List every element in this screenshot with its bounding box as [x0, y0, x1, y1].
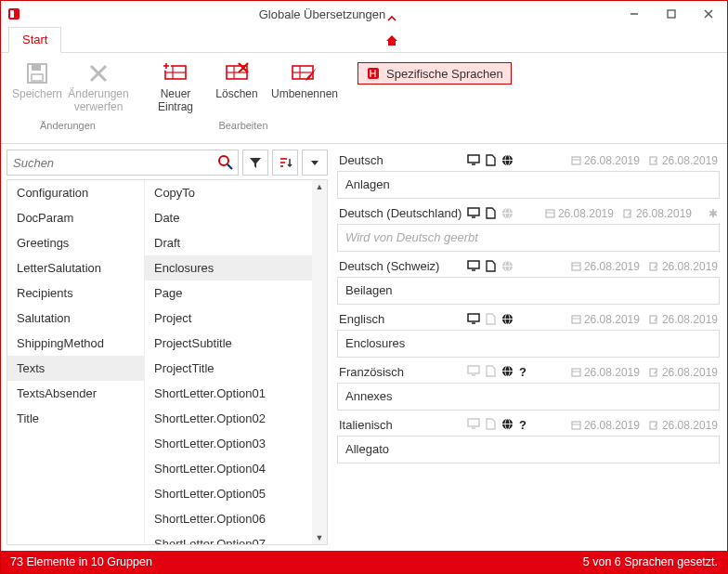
globe-icon[interactable]	[501, 207, 514, 219]
globe-icon[interactable]	[501, 418, 514, 432]
svg-rect-39	[468, 208, 479, 215]
translation-value[interactable]: Enclosures	[337, 330, 720, 358]
element-item[interactable]: Draft	[145, 230, 327, 255]
translations-panel: Deutsch26.08.201926.08.2019AnlagenDeutsc…	[333, 144, 727, 551]
element-item[interactable]: Page	[145, 280, 327, 306]
group-item[interactable]: Recipients	[7, 280, 144, 306]
dropdown-button[interactable]	[302, 150, 328, 176]
document-icon[interactable]	[486, 418, 496, 432]
star-icon[interactable]: ✱	[708, 207, 718, 220]
sort-button[interactable]	[272, 150, 298, 176]
group-item[interactable]: Texts	[7, 356, 144, 381]
element-item[interactable]: ShortLetter.Option03	[145, 431, 327, 456]
created-date: 26.08.2019	[571, 154, 640, 167]
language-block: Deutsch (Schweiz)26.08.201926.08.2019Bei…	[337, 255, 720, 305]
language-block: Deutsch (Deutschland)26.08.201926.08.201…	[337, 202, 720, 252]
screen-icon[interactable]	[467, 418, 480, 432]
svg-rect-7	[32, 64, 41, 71]
element-item[interactable]: ShortLetter.Option02	[145, 406, 327, 431]
group-item[interactable]: TextsAbsender	[7, 381, 144, 406]
created-date: 26.08.2019	[571, 366, 640, 379]
group-item[interactable]: Greetings	[7, 230, 144, 255]
filter-button[interactable]	[242, 150, 268, 176]
svg-rect-47	[468, 261, 479, 268]
element-item[interactable]: Enclosures	[145, 255, 327, 280]
document-icon[interactable]	[486, 154, 496, 166]
group-item[interactable]: ShippingMethod	[7, 331, 144, 356]
language-name: Englisch	[339, 312, 467, 326]
element-item[interactable]: Date	[145, 205, 327, 230]
save-icon	[25, 60, 49, 86]
svg-rect-31	[468, 155, 479, 163]
language-block: Deutsch26.08.201926.08.2019Anlagen	[337, 150, 720, 199]
status-left: 73 Elemente in 10 Gruppen	[10, 555, 152, 568]
element-item[interactable]: ProjectTitle	[145, 356, 327, 381]
specific-languages-button[interactable]: Spezifische Sprachen	[358, 62, 512, 85]
help-icon[interactable]: ?	[519, 365, 526, 379]
element-item[interactable]: ShortLetter.Option04	[145, 456, 327, 481]
translation-value[interactable]: Allegato	[337, 436, 720, 463]
screen-icon[interactable]	[467, 154, 480, 166]
new-entry-button[interactable]: Neuer Eintrag	[145, 57, 206, 118]
element-item[interactable]: ShortLetter.Option07	[145, 531, 327, 544]
scroll-down-icon[interactable]: ▼	[316, 533, 324, 542]
document-icon[interactable]	[486, 260, 496, 272]
globe-icon[interactable]	[501, 365, 514, 379]
svg-rect-63	[468, 366, 479, 373]
status-right: 5 von 6 Sprachen gesetzt.	[583, 555, 718, 568]
translation-value[interactable]: Annexes	[337, 383, 720, 411]
search-icon[interactable]	[217, 154, 234, 171]
screen-icon[interactable]	[467, 207, 480, 219]
elements-list[interactable]: CopyToDateDraftEnclosuresPageProjectProj…	[145, 180, 327, 544]
home-icon[interactable]	[384, 33, 399, 46]
svg-rect-68	[572, 369, 580, 376]
globe-icon[interactable]	[501, 260, 514, 272]
language-icon	[366, 66, 381, 81]
groups-list[interactable]: ConfigurationDocParamGreetingsLetterSalu…	[7, 180, 145, 544]
save-button[interactable]: Speichern	[6, 57, 68, 118]
globe-icon[interactable]	[501, 154, 514, 166]
svg-rect-71	[468, 419, 479, 426]
group-item[interactable]: Salutation	[7, 306, 144, 331]
group-item[interactable]: Title	[7, 406, 144, 431]
rename-button[interactable]: Umbenennen	[267, 57, 342, 118]
translation-value[interactable]: Anlagen	[337, 171, 720, 199]
screen-icon[interactable]	[467, 260, 480, 272]
created-date: 26.08.2019	[571, 313, 640, 326]
document-icon[interactable]	[486, 207, 496, 219]
element-item[interactable]: Project	[145, 306, 327, 331]
group-item[interactable]: Configuration	[7, 180, 144, 205]
svg-rect-52	[572, 263, 580, 270]
delete-button[interactable]: Löschen	[206, 57, 267, 118]
discard-icon	[86, 60, 110, 86]
screen-icon[interactable]	[467, 365, 480, 379]
help-icon[interactable]: ?	[519, 418, 526, 432]
modified-date: 26.08.2019	[649, 154, 718, 167]
scroll-up-icon[interactable]: ▲	[316, 182, 324, 191]
discard-button[interactable]: Änderungen verwerfen	[68, 57, 129, 118]
collapse-ribbon-icon[interactable]	[386, 13, 397, 24]
group-item[interactable]: LetterSalutation	[7, 255, 144, 280]
app-icon	[6, 7, 21, 21]
modified-date: 26.08.2019	[649, 419, 718, 432]
document-icon[interactable]	[486, 365, 496, 379]
screen-icon[interactable]	[467, 313, 480, 325]
search-input[interactable]	[6, 150, 239, 176]
element-item[interactable]: ShortLetter.Option05	[145, 481, 327, 506]
document-icon[interactable]	[486, 313, 496, 325]
tab-start[interactable]: Start	[8, 27, 61, 53]
element-item[interactable]: ShortLetter.Option01	[145, 381, 327, 406]
translation-value[interactable]: Beilagen	[337, 277, 720, 305]
svg-rect-1	[10, 10, 14, 18]
language-name: Deutsch	[339, 153, 467, 167]
element-item[interactable]: ShortLetter.Option06	[145, 506, 327, 531]
globe-icon[interactable]	[501, 313, 514, 325]
modified-date: 26.08.2019	[649, 260, 718, 273]
svg-rect-36	[572, 157, 580, 164]
scrollbar[interactable]: ▲ ▼	[312, 180, 327, 544]
rename-icon	[291, 60, 318, 86]
element-item[interactable]: CopyTo	[145, 180, 327, 205]
group-item[interactable]: DocParam	[7, 205, 144, 230]
element-item[interactable]: ProjectSubtitle	[145, 331, 327, 356]
translation-value[interactable]: Wird von Deutsch geerbt	[337, 224, 720, 252]
